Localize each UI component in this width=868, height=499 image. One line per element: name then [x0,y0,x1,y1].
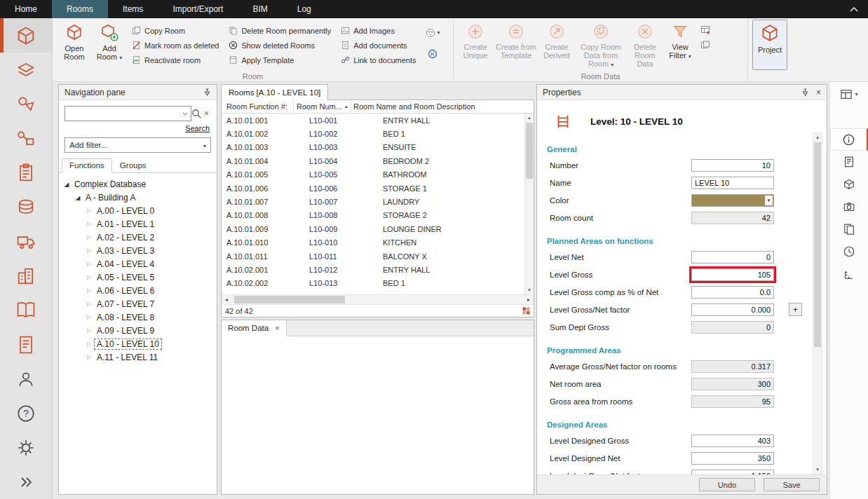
mark-room-deleted-button[interactable]: Mark room as deleted [130,38,221,53]
field-input-level-desi-gross-net-factor[interactable] [691,470,774,475]
add-field-button[interactable]: + [789,303,802,316]
pin-icon[interactable] [203,88,211,97]
room-data-copy-icon[interactable] [700,41,710,50]
field-input-net-room-area[interactable] [691,378,774,390]
expand-toggle-icon[interactable]: ▷ [84,207,94,214]
room-color-button[interactable]: ▾ [423,25,442,40]
sidebar-item-logistics[interactable] [0,224,52,259]
tree-item-a-00-level-0[interactable]: ▷A.00 - LEVEL 0 [59,204,217,217]
sidebar-item-functions[interactable] [0,87,52,121]
room-data-table-icon[interactable] [700,25,710,34]
tree-item-a-05-level-5[interactable]: ▷A.05 - LEVEL 5 [59,271,217,284]
menu-tab-bim[interactable]: BIM [238,0,282,18]
close-panel-icon[interactable]: × [816,88,821,97]
scroll-left-icon[interactable]: ◂ [222,296,231,303]
collapse-toggle-icon[interactable]: ◢ [73,194,83,201]
field-input-room-count[interactable] [691,212,774,224]
tab-groups[interactable]: Groups [112,158,154,173]
field-input-level-designed-gross[interactable] [691,435,774,447]
tab-functions[interactable]: Functions [62,158,112,173]
sidebar-item-function-links[interactable] [0,121,52,156]
table-row[interactable]: A.10.02.001L10-012ENTRY HALL [222,263,524,276]
documents-panel-button[interactable] [830,218,868,240]
field-input-number[interactable] [691,159,774,172]
model-panel-button[interactable] [830,173,868,196]
clear-search-icon[interactable]: × [202,109,211,118]
project-button[interactable]: Project [752,20,787,70]
delete-room-data-button[interactable]: Delete Room Data [628,20,663,70]
vertical-scrollbar[interactable]: ▴ ▾ [524,114,534,294]
field-input-level-gross-comp-as-of-net[interactable] [691,286,774,299]
sidebar-item-items[interactable] [0,156,52,190]
field-input-gross-area-from-rooms[interactable] [691,395,774,408]
view-layout-button[interactable]: ▾ [830,85,868,104]
sidebar-item-room-overview[interactable] [0,53,52,87]
sidebar-item-rooms[interactable] [0,18,52,53]
apply-template-button[interactable]: Apply Template [226,53,333,67]
expand-toggle-icon[interactable]: ▷ [84,314,94,320]
scroll-down-icon[interactable]: ▾ [813,465,822,474]
search-box[interactable] [65,106,191,121]
color-swatch[interactable]: ▾ [691,194,774,207]
room-data-tab[interactable]: Room Data × [222,320,287,336]
expand-toggle-icon[interactable]: ▷ [84,341,94,347]
room-legend-icon[interactable] [522,307,530,315]
menu-tab-log[interactable]: Log [283,0,326,18]
column-header-room-number[interactable]: Room Num...▲ [294,100,351,113]
field-input-level-gross[interactable] [691,268,774,281]
table-row[interactable]: A.10.02.002L10-013BED 1 [222,277,524,290]
expand-toggle-icon[interactable]: ▷ [84,287,94,294]
table-row[interactable]: A.10.01.004L10-004BEDROOM 2 [222,154,524,168]
expand-toggle-icon[interactable]: ▷ [84,301,94,307]
rooms-tab[interactable]: Rooms [A.10 - LEVEL 10] [221,84,328,100]
sidebar-item-catalog[interactable] [0,293,52,327]
field-input-level-designed-net[interactable] [691,452,774,465]
dimensions-panel-button[interactable] [830,263,868,285]
collapse-ribbon-icon[interactable] [840,0,868,18]
scroll-right-icon[interactable]: ▸ [524,296,534,303]
show-deleted-rooms-button[interactable]: Show deleted Rooms [226,38,333,53]
field-input-level-net[interactable] [691,251,774,264]
add-documents-button[interactable]: Add documents [339,38,418,53]
sidebar-item-settings[interactable] [0,430,52,465]
table-row[interactable]: A.10.01.006L10-006STORAGE 1 [222,182,524,195]
scrollbar-thumb[interactable] [526,123,533,179]
add-room-button[interactable]: Add Room ▾ [92,20,127,70]
create-unique-button[interactable]: Create Unique [458,20,493,70]
collapse-toggle-icon[interactable]: ◢ [62,181,72,188]
expand-toggle-icon[interactable]: ▷ [84,247,94,254]
notes-panel-button[interactable] [830,151,868,173]
scrollbar-track[interactable] [231,295,524,304]
tree-item-a-08-level-8[interactable]: ▷A.08 - LEVEL 8 [59,310,217,324]
scroll-down-icon[interactable]: ▾ [525,286,534,294]
tree-item-a-10-level-10[interactable]: ▷A.10 - LEVEL 10 [59,337,217,350]
menu-tab-items[interactable]: Items [108,0,158,18]
tree-item-a-07-level-7[interactable]: ▷A.07 - LEVEL 7 [59,297,217,310]
table-row[interactable]: A.10.01.010L10-010KITCHEN [222,236,524,250]
add-images-button[interactable]: Add Images [339,23,418,38]
field-input-name[interactable] [691,177,774,189]
column-header-room-name[interactable]: Room Name and Room Description [351,100,534,113]
sidebar-item-reports[interactable] [0,327,52,362]
sidebar-item-help[interactable]: ? [0,396,52,430]
tree-item-a-04-level-4[interactable]: ▷A.04 - LEVEL 4 [59,257,217,271]
horizontal-scrollbar[interactable]: ◂ ▸ [222,294,534,304]
tree-item-a-11-level-11[interactable]: ▷A.11 - LEVEL 11 [59,350,217,364]
scroll-up-icon[interactable]: ▴ [813,133,822,142]
expand-toggle-icon[interactable]: ▷ [84,274,94,280]
search-icon[interactable] [191,109,202,119]
column-header-room-function[interactable]: Room Function #: [222,100,294,113]
close-tab-icon[interactable]: × [275,324,279,332]
delete-room-permanently-button[interactable]: Delete Room permanently [226,23,333,38]
sidebar-expand[interactable] [0,465,52,499]
copy-room-button[interactable]: Copy Room [130,23,221,38]
menu-tab-rooms[interactable]: Rooms [52,0,108,18]
tree-item-a-02-level-2[interactable]: ▷A.02 - LEVEL 2 [59,231,217,244]
sidebar-item-user[interactable] [0,362,52,396]
tree-item-a-06-level-6[interactable]: ▷A.06 - LEVEL 6 [59,284,217,297]
tree-item-complex-database[interactable]: ◢Complex Database [59,177,217,191]
scrollbar-thumb[interactable] [814,142,821,347]
color-dropdown-icon[interactable]: ▾ [765,196,773,205]
expand-toggle-icon[interactable]: ▷ [84,261,94,267]
tree-item-a-building-a[interactable]: ◢A - Building A [59,191,217,204]
